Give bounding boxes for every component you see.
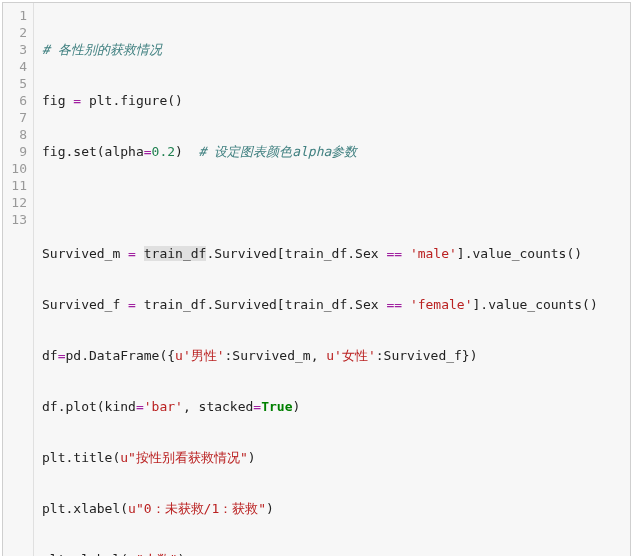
code-editor[interactable]: # 各性别的获救情况 fig = plt.figure() fig.set(al… — [34, 3, 630, 556]
line-number-gutter: 1 2 3 4 5 6 7 8 9 10 11 12 13 — [3, 3, 34, 556]
code-cell[interactable]: 1 2 3 4 5 6 7 8 9 10 11 12 13 # 各性别的获救情况… — [2, 2, 631, 556]
code-line: # 各性别的获救情况 — [42, 42, 162, 57]
